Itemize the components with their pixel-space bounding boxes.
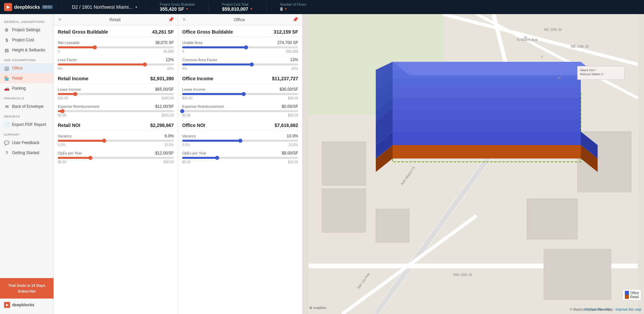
- sidebar-item-project-cost[interactable]: $ Project Cost: [0, 35, 53, 45]
- retail-lease-income-track[interactable]: [58, 93, 174, 95]
- legend-office-box: [625, 291, 629, 295]
- parking-icon: 🚗: [4, 86, 9, 91]
- retail-expense-reimb-min: $0.00: [58, 114, 66, 117]
- retail-pin-button[interactable]: 📌: [168, 17, 174, 22]
- sidebar-item-project-settings[interactable]: ⚙ Project Settings: [0, 25, 53, 35]
- map-background: NW Miami Ct NW 18th St NW 1st Ave N Miam…: [303, 14, 644, 314]
- office-lease-income-track[interactable]: [182, 93, 298, 95]
- svg-text:✕: ✕: [524, 35, 528, 40]
- office-usable-area-min: 0: [182, 50, 184, 53]
- trial-subscribe-button[interactable]: Trial Ends in 14 Days Subscribe: [0, 278, 53, 299]
- retail-panel-content: Retail Gross Buildable 43,261 SF Net Lea…: [54, 25, 178, 314]
- sidebar-bottom-logo: ▶ deepblocks: [0, 299, 53, 311]
- svg-marker-24: [393, 109, 581, 120]
- map-watermark: © Mapbox © OpenStreetMap Improve this ma…: [570, 308, 641, 311]
- project-title[interactable]: D2 / 1801 Northwest Miami... ▼: [72, 4, 138, 10]
- sidebar-label-export-pdf: Export PDF Report: [12, 122, 46, 127]
- svg-text:✕: ✕: [557, 75, 561, 81]
- sidebar-spacer: [0, 158, 53, 278]
- question-icon: ?: [4, 150, 9, 155]
- stat-gross-buildable-label: Project Gross Buildable: [160, 3, 195, 6]
- office-common-area-min: 0%: [182, 67, 187, 71]
- trial-line1: Trial Ends in 14 Days: [8, 283, 45, 287]
- retail-opex-track[interactable]: [58, 157, 174, 159]
- retail-opex-row: OpEx per Year $12.00/SF $5.00 $30.00: [58, 151, 174, 164]
- retail-net-leasable-min: 0: [58, 50, 60, 53]
- svg-text:NW 18th St: NW 18th St: [453, 273, 472, 277]
- office-lease-income-row: Lease Income $36.00/SF $20.00 $60.00: [182, 87, 298, 100]
- legend-item-retail: Retail: [625, 295, 639, 299]
- sidebar-item-export-pdf[interactable]: 📄 Export PDF Report: [0, 120, 53, 130]
- stat-floors-arrow[interactable]: ▼: [284, 7, 287, 11]
- topbar: ▶ deepblocks BETA D2 / 1801 Northwest Mi…: [0, 0, 644, 14]
- project-title-text: D2 / 1801 Northwest Miami...: [72, 4, 133, 10]
- legend-retail-box: [625, 295, 629, 299]
- sidebar-item-parking[interactable]: 🚗 Parking: [0, 83, 53, 93]
- retail-vacancy-track[interactable]: [58, 140, 174, 142]
- stat-floors-value: 8 ▼: [280, 6, 306, 12]
- map-legend: Office Retail: [622, 289, 641, 301]
- retail-expense-reimb-label: Expense Reimbursement: [58, 104, 99, 108]
- svg-rect-9: [322, 189, 366, 232]
- sidebar-label-height-setbacks: Height & Setbacks: [12, 48, 45, 52]
- office-common-area-label: Common Area Factor: [182, 58, 217, 62]
- retail-close-button[interactable]: ✕: [58, 17, 62, 22]
- office-noi-title-row: Office NOI $7,616,682: [182, 123, 298, 130]
- office-panel-title: Office: [234, 17, 245, 22]
- office-vacancy-max: 20.0%: [289, 143, 298, 147]
- stat-cost-total-arrow[interactable]: ▼: [250, 7, 253, 11]
- retail-noi-title-row: Retail NOI $2,298,667: [58, 123, 174, 130]
- topbar-divider-2: [146, 2, 146, 12]
- office-close-button[interactable]: ✕: [182, 17, 186, 22]
- map-area[interactable]: NW Miami Ct NW 18th St NW 1st Ave N Miam…: [303, 14, 644, 314]
- sidebar-label-user-feedback: User Feedback: [12, 140, 39, 145]
- office-vacancy-min: 0.0%: [182, 143, 190, 147]
- office-pin-button[interactable]: 📌: [292, 17, 298, 22]
- sidebar-label-office: Office: [12, 66, 23, 71]
- office-expense-reimb-track[interactable]: [182, 110, 298, 112]
- office-panel: ✕ Office 📌 Office Gross Buildable 312,15…: [178, 14, 303, 314]
- retail-lease-income-max: $305.00: [162, 96, 174, 100]
- stat-gross-buildable-arrow[interactable]: ▼: [186, 7, 189, 11]
- retail-loss-factor-track[interactable]: [58, 63, 174, 65]
- sidebar-item-retail[interactable]: 🏪 Retail: [0, 73, 53, 83]
- office-common-area-track[interactable]: [182, 63, 298, 65]
- improve-text[interactable]: Improve this map: [615, 308, 641, 311]
- retail-expense-reimb-max: $305.00: [162, 114, 174, 117]
- retail-vacancy-row: Vacancy 6.0% 0.0% 15.0%: [58, 134, 174, 147]
- sidebar-section-general: GENERAL ASSUMPTIONS: [0, 17, 53, 25]
- retail-net-leasable-max: 85,995: [163, 50, 174, 53]
- svg-text:Miami Fire /: Miami Fire /: [580, 69, 596, 72]
- content-area: ✕ Retail 📌 Retail Gross Buildable 43,261…: [54, 14, 644, 314]
- legend-retail-label: Retail: [630, 295, 639, 299]
- retail-panel: ✕ Retail 📌 Retail Gross Buildable 43,261…: [54, 14, 178, 314]
- svg-marker-22: [393, 120, 581, 132]
- sidebar-bottom-logo-icon: ▶: [4, 302, 10, 308]
- office-opex-track[interactable]: [182, 157, 298, 159]
- office-vacancy-track[interactable]: [182, 140, 298, 142]
- sidebar-item-user-feedback[interactable]: 💬 User Feedback: [0, 138, 53, 148]
- retail-lease-income-min: $35.00: [58, 96, 68, 100]
- retail-net-leasable-track[interactable]: [58, 46, 174, 48]
- office-opex-row: OpEx per Year $8.00/SF $5.00 $15.00: [182, 151, 298, 164]
- office-income-title-row: Office Income $11,237,727: [182, 76, 298, 84]
- office-usable-area-track[interactable]: [182, 46, 298, 48]
- retail-icon: 🏪: [4, 76, 9, 81]
- sidebar-item-getting-started[interactable]: ? Getting Started: [0, 148, 53, 158]
- office-expense-reimb-max: $60.00: [288, 114, 298, 117]
- office-gross-buildable-section: Office Gross Buildable 312,159 SF Usable…: [182, 29, 298, 71]
- sidebar-item-height-setbacks[interactable]: ▤ Height & Setbacks: [0, 45, 53, 55]
- retail-loss-factor-row: Loss Factor 12% 0% 20%: [58, 57, 174, 71]
- sidebar-section-use: USE ASSUMPTIONS: [0, 55, 53, 63]
- retail-net-leasable-label: Net Leasable: [58, 41, 80, 45]
- project-dropdown-arrow[interactable]: ▼: [134, 5, 138, 9]
- office-usable-area-row: Usable Area 274,700 SF 0 500,000: [182, 40, 298, 53]
- retail-vacancy-min: 0.0%: [58, 143, 66, 147]
- sidebar-item-office[interactable]: 🏢 Office: [0, 63, 53, 73]
- office-vacancy-label: Vacancy: [182, 134, 196, 138]
- retail-net-leasable-row: Net Leasable 38,070 SF 0 85,995: [58, 40, 174, 53]
- sidebar-item-back-of-envelope[interactable]: ✉ Back of Envelope: [0, 101, 53, 111]
- office-lease-income-value: $36.00/SF: [280, 87, 298, 92]
- retail-expense-reimb-value: $12.00/SF: [155, 104, 174, 109]
- retail-expense-reimb-track[interactable]: [58, 110, 174, 112]
